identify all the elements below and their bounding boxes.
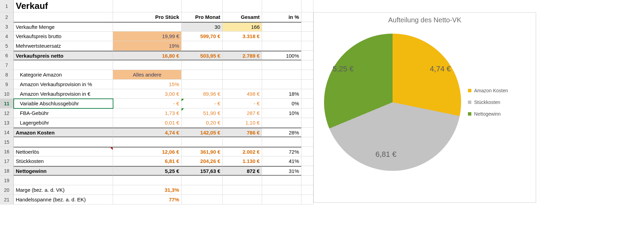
- legend-swatch-amazon: [468, 89, 471, 92]
- row-header[interactable]: 16: [0, 147, 14, 156]
- label-nettogewinn[interactable]: Nettogewinn: [14, 166, 113, 176]
- legend-item-stueck: Stückkosten: [468, 99, 508, 105]
- cell[interactable]: 599,70 €: [182, 32, 223, 41]
- cell[interactable]: 100%: [262, 51, 301, 60]
- label-lager[interactable]: Lagergebühr: [14, 118, 113, 128]
- label-mwst[interactable]: Mehrwertsteuersatz: [14, 41, 113, 51]
- cell[interactable]: 157,63 €: [182, 166, 223, 176]
- pie-label-netto: 5,25 €: [333, 64, 354, 73]
- cell[interactable]: 30: [182, 22, 223, 32]
- cell[interactable]: 2.002 €: [223, 147, 262, 156]
- cell[interactable]: 1,10 €: [223, 118, 262, 128]
- pie-label-stueck: 6,81 €: [375, 150, 396, 159]
- cell[interactable]: 77%: [113, 195, 182, 204]
- label-verkaufte-menge[interactable]: Verkaufte Menge: [14, 22, 113, 32]
- cell[interactable]: 10%: [262, 108, 301, 118]
- row-header[interactable]: 10: [0, 89, 14, 99]
- row-header[interactable]: 5: [0, 41, 14, 51]
- cell[interactable]: 28%: [262, 128, 301, 137]
- cell[interactable]: 51,90 €: [182, 108, 223, 118]
- pie-label-amazon: 4,74 €: [430, 64, 451, 73]
- cell[interactable]: 1.130 €: [223, 156, 262, 166]
- label-handelsspanne[interactable]: Handelsspanne (bez. a. d. EK): [14, 195, 113, 204]
- cell[interactable]: 12,06 €: [113, 147, 182, 156]
- cell[interactable]: 1,73 €: [113, 108, 182, 118]
- cell[interactable]: 3.318 €: [223, 32, 262, 41]
- cell[interactable]: 72%: [262, 147, 301, 156]
- label-stueckkosten[interactable]: Stückkosten: [14, 156, 113, 166]
- row-header[interactable]: 20: [0, 185, 14, 195]
- cell[interactable]: 3,00 €: [113, 89, 182, 99]
- cell[interactable]: 41%: [262, 156, 301, 166]
- row-header[interactable]: 14: [0, 128, 14, 137]
- chart-legend: Amazon Kosten Stückkosten Nettogewinn: [468, 27, 508, 178]
- col-header-in-percent[interactable]: in %: [262, 12, 301, 22]
- cell[interactable]: 503,95 €: [182, 51, 223, 60]
- cell[interactable]: 19%: [113, 41, 182, 51]
- col-header-gesamt[interactable]: Gesamt: [223, 12, 262, 22]
- cell[interactable]: 498 €: [223, 89, 262, 99]
- legend-swatch-stueck: [468, 101, 471, 104]
- cell[interactable]: 5,25 €: [113, 166, 182, 176]
- cell[interactable]: 872 €: [223, 166, 262, 176]
- cell[interactable]: 2.789 €: [223, 51, 262, 60]
- label-vk-netto[interactable]: Verkaufspreis netto: [14, 51, 113, 60]
- cell[interactable]: 0%: [262, 99, 301, 108]
- cell[interactable]: 142,05 €: [182, 128, 223, 137]
- label-amazon-kosten[interactable]: Amazon Kosten: [14, 128, 113, 137]
- cell[interactable]: 15%: [113, 80, 182, 89]
- label-kategorie[interactable]: Kategorie Amazon: [14, 70, 113, 80]
- cell[interactable]: 4,74 €: [113, 128, 182, 137]
- cell[interactable]: Alles andere: [113, 70, 182, 80]
- row-header[interactable]: 8: [0, 70, 14, 80]
- cell[interactable]: - €: [182, 99, 223, 108]
- row-header[interactable]: 2: [0, 12, 14, 22]
- chart-title: Aufteilung des Netto-VK: [317, 16, 532, 24]
- label-vk-brutto[interactable]: Verkaufspreis brutto: [14, 32, 113, 41]
- col-header-pro-stueck[interactable]: Pro Stück: [113, 12, 182, 22]
- label-provision-pct[interactable]: Amazon Verkaufsprovision in %: [14, 80, 113, 89]
- label-fba[interactable]: FBA-Gebühr: [14, 108, 113, 118]
- label-nettoerloes[interactable]: Nettoerlös: [14, 147, 113, 156]
- row-header[interactable]: 9: [0, 80, 14, 89]
- row-header[interactable]: 18: [0, 166, 14, 176]
- selected-cell[interactable]: Variable Abschlussgebühr: [14, 99, 113, 108]
- row-header[interactable]: 1: [0, 0, 14, 12]
- row-header[interactable]: 12: [0, 108, 14, 118]
- cell[interactable]: 287 €: [223, 108, 262, 118]
- cell[interactable]: 19,99 €: [113, 32, 182, 41]
- row-header[interactable]: 7: [0, 60, 14, 70]
- row-header[interactable]: 11: [0, 99, 14, 108]
- cell[interactable]: 31%: [262, 166, 301, 176]
- pie-chart-panel[interactable]: Aufteilung des Netto-VK 4,74 € 6,81 € 5,…: [313, 12, 536, 203]
- row-header[interactable]: 3: [0, 22, 14, 32]
- legend-swatch-netto: [468, 112, 471, 116]
- cell[interactable]: 16,80 €: [113, 51, 182, 60]
- spreadsheet-grid[interactable]: 1 Verkauf 2 Pro Stück Pro Monat Gesamt i…: [0, 0, 313, 235]
- sheet-title[interactable]: Verkauf: [14, 0, 113, 12]
- cell[interactable]: 0,01 €: [113, 118, 182, 128]
- cell[interactable]: 361,90 €: [182, 147, 223, 156]
- legend-item-amazon: Amazon Kosten: [468, 88, 508, 93]
- cell[interactable]: 786 €: [223, 128, 262, 137]
- row-header[interactable]: 6: [0, 51, 14, 60]
- col-header-pro-monat[interactable]: Pro Monat: [182, 12, 223, 22]
- cell[interactable]: 6,81 €: [113, 156, 182, 166]
- row-header[interactable]: 4: [0, 32, 14, 41]
- cell[interactable]: 18%: [262, 89, 301, 99]
- cell[interactable]: - €: [113, 99, 182, 108]
- row-header[interactable]: 19: [0, 176, 14, 185]
- row-header[interactable]: 21: [0, 195, 14, 204]
- cell[interactable]: 204,26 €: [182, 156, 223, 166]
- cell[interactable]: 166: [223, 22, 262, 32]
- label-marge[interactable]: Marge (bez. a. d. VK): [14, 185, 113, 195]
- cell[interactable]: 31,3%: [113, 185, 182, 195]
- row-header[interactable]: 17: [0, 156, 14, 166]
- row-header[interactable]: 13: [0, 118, 14, 128]
- legend-item-netto: Nettogewinn: [468, 111, 508, 117]
- cell[interactable]: 89,96 €: [182, 89, 223, 99]
- row-header[interactable]: 15: [0, 137, 14, 147]
- cell[interactable]: - €: [223, 99, 262, 108]
- label-provision-eur[interactable]: Amazon Verkaufsprovision in €: [14, 89, 113, 99]
- cell[interactable]: 0,20 €: [182, 118, 223, 128]
